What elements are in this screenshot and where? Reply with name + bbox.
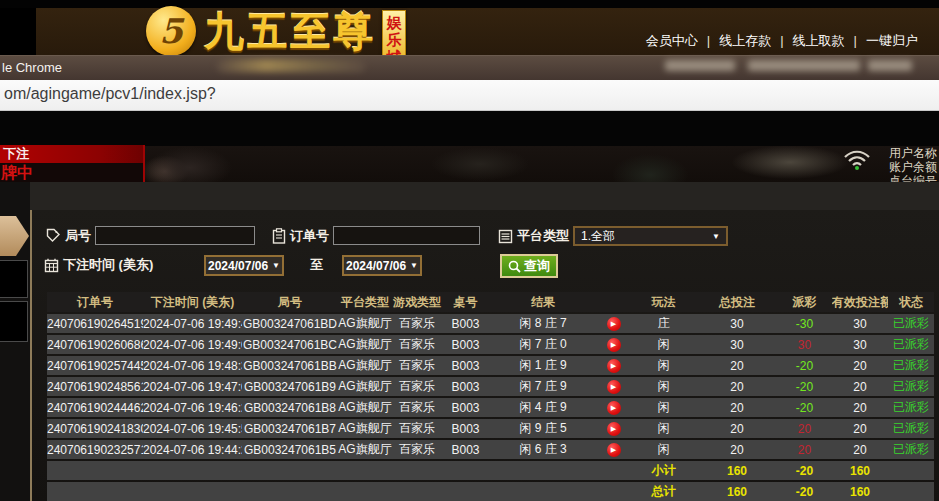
- play-video-button[interactable]: ▶: [607, 401, 621, 415]
- nav-one-key-transfer[interactable]: 一键归户: [866, 33, 918, 48]
- lower-page: 局号 订单号 平台类型: [0, 182, 939, 501]
- cell-round-no: GB003247061B9: [242, 377, 338, 396]
- site-header: 5 九五至尊 娱乐城 会员中心|线上存款|线上取款|一键归户: [0, 8, 939, 55]
- cell-total-bet: 20: [697, 356, 777, 375]
- bet-time-label: 下注时间 (美东): [63, 256, 153, 274]
- cell-bet-time: 2024-07-06 19:49:07: [143, 335, 242, 354]
- cell-play-type: 庄: [630, 314, 697, 333]
- nav-online-deposit[interactable]: 线上存款: [719, 33, 771, 48]
- to-label: 至: [310, 256, 323, 274]
- cell-order-no: 240706190260686: [47, 335, 143, 354]
- cell-payout: -30: [777, 314, 832, 333]
- cell-result: 闲 8 庄 7: [489, 314, 597, 333]
- order-no-input[interactable]: [333, 226, 480, 245]
- cell-total-bet: 20: [697, 377, 777, 396]
- cell-bet-time: 2024-07-06 19:49:46: [143, 314, 242, 333]
- url-text[interactable]: om/agingame/pcv1/index.jsp?: [4, 85, 216, 103]
- date-to-wrap: 2024/07/06 ▼: [342, 255, 422, 276]
- cell-bet-time: 2024-07-06 19:45:55: [143, 419, 242, 438]
- play-video-button[interactable]: ▶: [607, 359, 621, 373]
- subtotal-label: 小计: [630, 461, 697, 480]
- play-video-button[interactable]: ▶: [607, 317, 621, 331]
- cell-total-bet: 20: [697, 419, 777, 438]
- total-row: 总计 160 -20 160: [47, 482, 934, 501]
- search-icon: [508, 260, 521, 273]
- cell-game-type: 百家乐: [392, 398, 442, 417]
- logo-circle-icon: 5: [146, 6, 196, 56]
- cell-round-no: GB003247061BB: [242, 356, 338, 375]
- round-no-input[interactable]: [95, 226, 255, 245]
- cell-valid-bet: 20: [832, 440, 888, 459]
- cell-status: 已派彩: [888, 398, 934, 417]
- subtotal-valid-bet: 160: [832, 461, 888, 480]
- cell-table-no: B003: [442, 419, 489, 438]
- cell-payout: 30: [777, 335, 832, 354]
- cell-valid-bet: 30: [832, 314, 888, 333]
- play-video-button[interactable]: ▶: [607, 422, 621, 436]
- cell-play-type: 闲: [630, 440, 697, 459]
- cell-bet-time: 2024-07-06 19:47:05: [143, 377, 242, 396]
- date-from-picker[interactable]: 2024/07/06 ▼: [204, 255, 284, 276]
- bet-table-body: 240706190264519 2024-07-06 19:49:46 GB00…: [47, 314, 934, 501]
- cell-round-no: GB003247061BD: [242, 314, 338, 333]
- cell-platform: AG旗舰厅: [338, 419, 392, 438]
- cell-bet-time: 2024-07-06 19:46:25: [143, 398, 242, 417]
- nav-member-center[interactable]: 会员中心: [646, 33, 698, 48]
- date-to-picker[interactable]: 2024/07/06 ▼: [342, 255, 422, 276]
- header-corner: [0, 8, 36, 55]
- rail-slot: [0, 301, 28, 342]
- live-video-strip: 下注 牌中 用户名称 账户余额 桌台编号: [0, 111, 939, 182]
- cell-result: 闲 4 庄 9: [489, 398, 597, 417]
- cell-game-type: 百家乐: [392, 356, 442, 375]
- cell-play-type: 闲: [630, 356, 697, 375]
- cell-game-type: 百家乐: [392, 419, 442, 438]
- cell-platform: AG旗舰厅: [338, 398, 392, 417]
- date-from-wrap: 2024/07/06 ▼: [204, 255, 284, 276]
- subtotal-status-spacer: [888, 461, 934, 480]
- table-row: 240706190248561 2024-07-06 19:47:05 GB00…: [47, 377, 934, 396]
- table-row: 240706190264519 2024-07-06 19:49:46 GB00…: [47, 314, 934, 333]
- chevron-down-icon: ▼: [712, 232, 720, 241]
- browser-url-bar[interactable]: om/agingame/pcv1/index.jsp?: [0, 80, 939, 111]
- bet-time-filter: 下注时间 (美东): [44, 256, 153, 274]
- col-round-no: 局号: [242, 292, 338, 312]
- platform-filter: 平台类型 1.全部 ▼: [498, 226, 728, 246]
- col-game-type: 游戏类型: [392, 292, 442, 312]
- query-panel: 局号 订单号 平台类型: [30, 210, 939, 501]
- col-order-no: 订单号: [47, 292, 143, 312]
- col-payout: 派彩: [777, 292, 832, 312]
- cell-video: ▶: [597, 314, 630, 333]
- play-video-button[interactable]: ▶: [607, 380, 621, 394]
- date-to-value: 2024/07/06: [346, 259, 406, 273]
- cell-video: ▶: [597, 398, 630, 417]
- cell-order-no: 240706190248561: [47, 377, 143, 396]
- col-total-bet: 总投注: [697, 292, 777, 312]
- play-video-button[interactable]: ▶: [607, 443, 621, 457]
- cell-payout: 20: [777, 440, 832, 459]
- collapse-arrow-tab[interactable]: [0, 216, 29, 256]
- col-valid-bet: 有效投注额: [832, 292, 888, 312]
- browser-window-title: le Chrome: [2, 60, 62, 75]
- cell-video: ▶: [597, 356, 630, 375]
- calendar-icon: [44, 258, 59, 273]
- cell-game-type: 百家乐: [392, 335, 442, 354]
- play-video-button[interactable]: ▶: [607, 338, 621, 352]
- platform-select[interactable]: 1.全部 ▼: [573, 226, 728, 246]
- cell-game-type: 百家乐: [392, 440, 442, 459]
- search-wrap: 查询: [500, 254, 558, 278]
- nav-separator: |: [854, 33, 857, 48]
- search-button[interactable]: 查询: [500, 254, 558, 278]
- cell-status: 已派彩: [888, 314, 934, 333]
- col-table-no: 桌号: [442, 292, 489, 312]
- cell-round-no: GB003247061BC: [242, 335, 338, 354]
- browser-window-bar: le Chrome: [0, 55, 939, 80]
- table-row: 240706190244462 2024-07-06 19:46:25 GB00…: [47, 398, 934, 417]
- cell-result: 闲 6 庄 3: [489, 440, 597, 459]
- cell-play-type: 闲: [630, 398, 697, 417]
- cell-play-type: 闲: [630, 335, 697, 354]
- nav-online-withdraw[interactable]: 线上取款: [793, 33, 845, 48]
- subtotal-row: 小计 160 -20 160: [47, 461, 934, 480]
- total-status-spacer: [888, 482, 934, 501]
- video-info-overlay: 用户名称 账户余额 桌台编号: [839, 143, 939, 182]
- cell-video: ▶: [597, 440, 630, 459]
